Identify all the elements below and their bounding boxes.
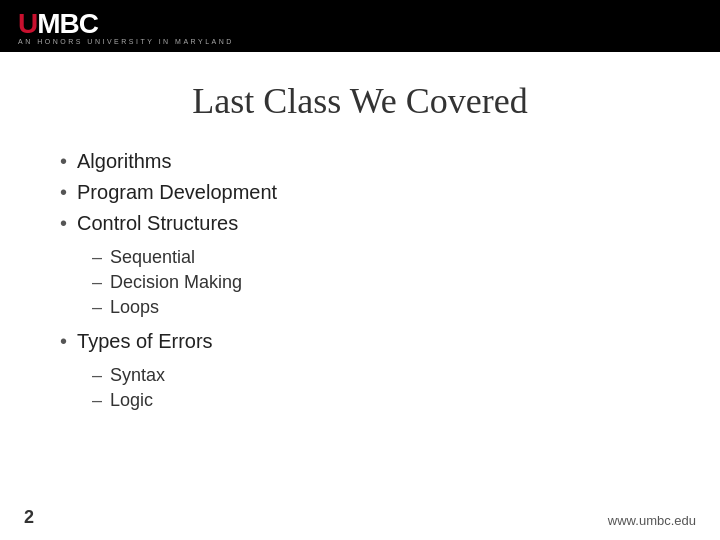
logo-u: U [18,8,37,40]
bullet-list: • Algorithms • Program Development • Con… [60,150,660,243]
main-content: Last Class We Covered • Algorithms • Pro… [0,52,720,540]
dash-icon: – [92,272,102,293]
sub-text: Decision Making [110,272,242,293]
list-item: – Loops [92,297,660,318]
slide-footer: 2 www.umbc.edu [0,507,720,528]
dash-icon: – [92,365,102,386]
list-item: • Types of Errors [60,330,660,353]
bullet-icon: • [60,212,67,235]
bullet-text: Control Structures [77,212,238,235]
logo-container: U MBC AN HONORS UNIVERSITY IN MARYLAND [18,8,234,45]
list-item: – Sequential [92,247,660,268]
slide-title: Last Class We Covered [60,80,660,122]
logo-umbc: U MBC [18,8,98,40]
footer-url: www.umbc.edu [608,513,696,528]
errors-bullet-list: • Types of Errors [60,330,660,361]
list-item: • Algorithms [60,150,660,173]
list-item: – Decision Making [92,272,660,293]
sub-text: Syntax [110,365,165,386]
sub-text: Loops [110,297,159,318]
bullet-text: Algorithms [77,150,171,173]
logo-mbc: MBC [37,8,98,40]
bullet-text: Program Development [77,181,277,204]
bullet-icon: • [60,181,67,204]
errors-sub-list: – Syntax – Logic [92,365,660,415]
sub-text: Logic [110,390,153,411]
list-item: • Program Development [60,181,660,204]
bullet-text: Types of Errors [77,330,213,353]
dash-icon: – [92,247,102,268]
dash-icon: – [92,390,102,411]
bullet-icon: • [60,330,67,353]
bullet-icon: • [60,150,67,173]
list-item: • Control Structures [60,212,660,235]
header-bar: U MBC AN HONORS UNIVERSITY IN MARYLAND [0,0,720,52]
slide-number: 2 [24,507,34,528]
sub-text: Sequential [110,247,195,268]
control-sub-list: – Sequential – Decision Making – Loops [92,247,660,322]
list-item: – Syntax [92,365,660,386]
logo-subtitle: AN HONORS UNIVERSITY IN MARYLAND [18,38,234,45]
list-item: – Logic [92,390,660,411]
dash-icon: – [92,297,102,318]
